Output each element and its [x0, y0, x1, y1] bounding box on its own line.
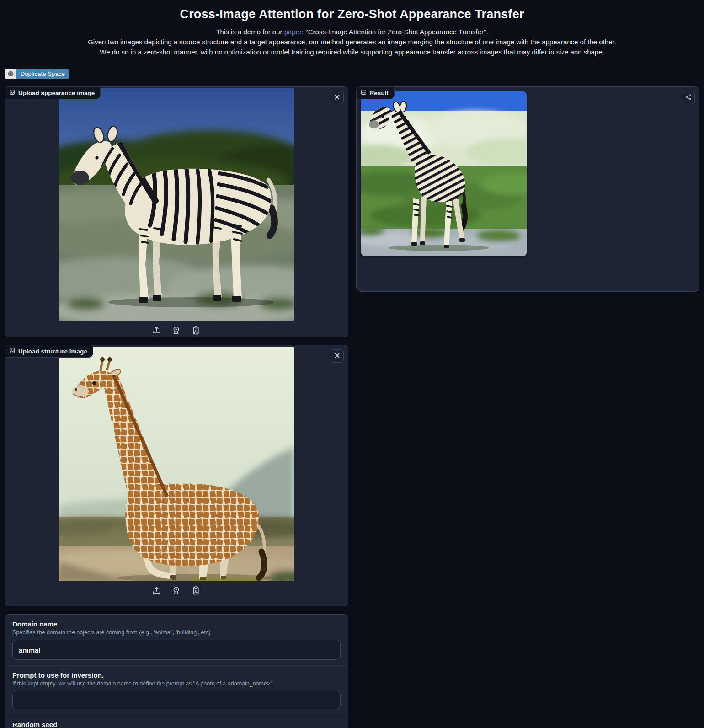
inversion-prompt-input[interactable]: [12, 691, 341, 709]
domain-name-input[interactable]: [12, 640, 341, 660]
description-line-2: Given two images depicting a source stru…: [5, 37, 699, 47]
image-source-buttons: [5, 321, 348, 339]
share-button[interactable]: [682, 91, 695, 104]
upload-icon: [152, 330, 161, 337]
image-icon: [9, 89, 15, 96]
appearance-illustration: [59, 88, 294, 321]
description: This is a demo for our paper: "Cross-Ima…: [5, 27, 699, 57]
intro-prefix: This is a demo for our: [216, 28, 284, 36]
inversion-prompt-label: Prompt to use for inversion.: [12, 671, 341, 679]
settings-form: Domain name Specifies the domain the obj…: [5, 614, 348, 728]
duplicate-icon: [5, 69, 16, 79]
clear-structure-button[interactable]: [331, 349, 344, 363]
result-label: Result: [370, 90, 389, 96]
result-illustration: [361, 91, 527, 256]
webcam-icon-button[interactable]: [171, 585, 182, 596]
clear-appearance-button[interactable]: [331, 91, 344, 104]
image-icon: [361, 89, 367, 96]
close-icon: [334, 353, 340, 360]
appearance-image-panel: Upload appearance image: [5, 86, 348, 337]
right-column: Result: [356, 86, 700, 292]
paste-icon-button[interactable]: [190, 585, 202, 596]
inversion-prompt-info: If this kept empty, we will use the doma…: [12, 680, 341, 687]
webcam-icon: [171, 590, 181, 597]
page-title: Cross-Image Attention for Zero-Shot Appe…: [5, 7, 699, 21]
clipboard-paste-icon: [191, 330, 201, 337]
left-column: Upload appearance image: [5, 86, 348, 728]
clipboard-paste-icon: [191, 590, 201, 597]
upload-icon: [152, 590, 161, 597]
appearance-label: Upload appearance image: [18, 90, 95, 96]
structure-image[interactable]: [59, 347, 294, 581]
structure-image-panel: Upload structure image: [5, 345, 348, 606]
close-icon: [334, 94, 340, 102]
domain-name-label: Domain name: [12, 620, 341, 628]
result-label-chip: Result: [356, 86, 395, 99]
badge-row: Duplicate Space: [5, 69, 699, 79]
upload-icon-button[interactable]: [151, 585, 162, 596]
gradio-app: Cross-Image Attention for Zero-Shot Appe…: [0, 7, 704, 728]
image-icon: [9, 348, 15, 355]
upload-icon-button[interactable]: [151, 325, 162, 336]
random-seed-field: Random seed: [5, 715, 348, 728]
share-icon: [685, 94, 692, 102]
description-line-1: This is a demo for our paper: "Cross-Ima…: [5, 27, 699, 37]
duplicate-space-badge[interactable]: Duplicate Space: [5, 69, 69, 79]
intro-suffix: : "Cross-Image Attention for Zero-Shot A…: [302, 28, 488, 36]
paper-link[interactable]: paper: [284, 28, 302, 36]
structure-illustration: [59, 347, 294, 581]
result-panel: Result: [356, 86, 700, 292]
duplicate-space-label: Duplicate Space: [16, 69, 69, 79]
inversion-prompt-field: Prompt to use for inversion. If this kep…: [5, 665, 348, 715]
appearance-image[interactable]: [59, 88, 294, 321]
main-row: Upload appearance image: [5, 86, 699, 728]
webcam-icon-button[interactable]: [171, 325, 182, 336]
domain-name-field: Domain name Specifies the domain the obj…: [5, 615, 348, 665]
description-line-3: We do so in a zero-shot manner, with no …: [5, 47, 699, 57]
paste-icon-button[interactable]: [190, 325, 202, 336]
appearance-label-chip: Upload appearance image: [5, 86, 101, 99]
image-source-buttons: [5, 581, 348, 599]
webcam-icon: [171, 330, 181, 337]
result-image[interactable]: [361, 91, 527, 256]
structure-label: Upload structure image: [18, 348, 87, 355]
structure-label-chip: Upload structure image: [5, 345, 93, 358]
domain-name-info: Specifies the domain the objects are com…: [12, 629, 341, 636]
random-seed-label: Random seed: [12, 721, 341, 728]
